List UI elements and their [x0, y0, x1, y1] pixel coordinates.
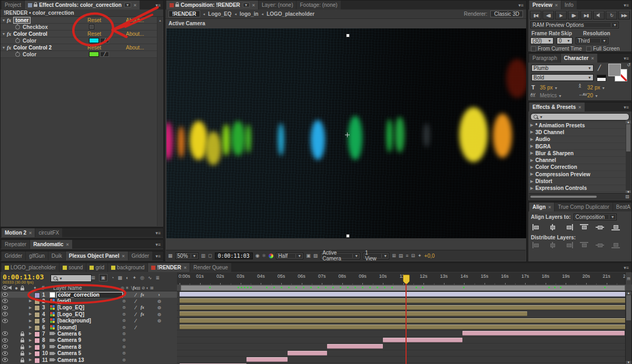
lock-toggle[interactable] [21, 343, 24, 350]
fx-switch[interactable]: fx [141, 311, 144, 317]
list-item-3d-channel[interactable]: ▶3D Channel [528, 129, 631, 136]
reset-button[interactable]: Reset [87, 17, 101, 23]
align-v-center-icon[interactable] [596, 224, 605, 230]
3d-sphere-icon[interactable]: ◍ [157, 305, 161, 311]
tab-duik[interactable]: Duik [48, 251, 65, 260]
leading-value[interactable]: 32 px ▼ [587, 85, 605, 90]
parent-pickwhip-icon[interactable]: ⊚ [122, 324, 126, 330]
list-item-blur-sharpen[interactable]: ▶Blur & Sharpen [528, 150, 631, 157]
panel-menu-icon[interactable]: ▾≡ [621, 103, 631, 112]
layer-duration-bar[interactable] [180, 318, 627, 323]
loop-button[interactable]: ↻ [606, 11, 617, 19]
close-icon[interactable]: × [548, 205, 551, 210]
quality-switch[interactable]: ∕ [135, 318, 136, 324]
layer-row-grid[interactable]: ▶2[grid]⊚∕◍ [1, 298, 177, 305]
disclosure-triangle-icon[interactable]: ▼ [1, 18, 7, 22]
tab-background[interactable]: background [108, 263, 147, 272]
comp-marker-button[interactable]: ▤ [625, 272, 631, 285]
effects-search-input[interactable]: ▼ [530, 113, 629, 120]
stopwatch-icon[interactable] [15, 38, 20, 43]
effect-name[interactable]: toner [13, 17, 31, 24]
ram-preview-options-dropdown[interactable]: RAM Preview Options▼ [530, 22, 619, 28]
layer-color-swatch[interactable] [34, 338, 40, 343]
ram-preview-button[interactable]: ▶▶ [618, 11, 630, 19]
exposure-value[interactable]: +0,0 [424, 253, 435, 259]
frame-rate-dropdown[interactable]: (30)▼ [530, 37, 554, 44]
tracking-value[interactable]: 20 ▼ [587, 93, 598, 98]
reset-button[interactable]: Reset [87, 45, 101, 50]
parent-pickwhip-icon[interactable]: ⊚ [122, 330, 126, 337]
layer-name[interactable]: Camera 5 [57, 350, 81, 357]
snapshot-icon[interactable]: ◉ [255, 253, 260, 258]
parent-pickwhip-icon[interactable]: ⊚ [122, 298, 126, 304]
layer-color-swatch[interactable] [34, 292, 40, 298]
list-item-color-correction[interactable]: ▶Color Correction [528, 164, 631, 171]
stopwatch-icon[interactable] [15, 25, 20, 29]
panel-menu-icon[interactable]: ▾≡ [153, 240, 163, 249]
list-item-audio[interactable]: ▶Audio [528, 136, 631, 143]
distribute-right-icon[interactable] [611, 242, 620, 248]
disclosure-triangle-icon[interactable]: ▶ [29, 298, 32, 304]
disclosure-triangle-icon[interactable]: ▶ [530, 179, 533, 184]
show-last-snapshot-icon[interactable]: ✱ [262, 253, 266, 258]
tab-circuitfx[interactable]: circuitFX [35, 228, 62, 237]
tab-project[interactable]: Project [2, 1, 24, 9]
lock-toggle[interactable] [21, 357, 24, 363]
disclosure-triangle-icon[interactable]: ▼ [1, 46, 7, 49]
parent-pickwhip-icon[interactable]: ⊚ [122, 350, 126, 357]
disclosure-triangle-icon[interactable]: ▶ [530, 130, 533, 134]
about-link[interactable]: About... [126, 45, 144, 50]
tab-gridder[interactable]: Gridder [129, 251, 152, 260]
close-icon[interactable]: × [184, 265, 186, 270]
fill-color-swatch[interactable] [608, 64, 621, 76]
layer-row-camera-13[interactable]: ▶11Camera 13⊚ [1, 357, 177, 363]
tab-grid[interactable]: grid [86, 263, 107, 272]
disclosure-triangle-icon[interactable]: ▶ [530, 186, 533, 190]
reset-button[interactable]: Reset [87, 31, 101, 37]
next-frame-button[interactable]: ▮▶ [568, 11, 579, 19]
quality-switch[interactable]: ∕ [135, 324, 136, 330]
disclosure-triangle-icon[interactable]: ▶ [29, 343, 32, 350]
timecode-display[interactable]: 0:00:11:03 [215, 252, 253, 259]
panel-menu-icon[interactable]: ▾≡ [153, 251, 163, 260]
bw-swatch[interactable] [597, 75, 606, 82]
viewer-canvas[interactable] [166, 28, 526, 238]
quality-switch[interactable]: ∕ [135, 311, 136, 317]
layer-name[interactable]: Camera 9 [57, 337, 81, 343]
region-of-interest-icon[interactable]: ◻ [208, 253, 212, 258]
color-swatch[interactable] [89, 38, 99, 43]
layer-color-swatch[interactable] [34, 318, 40, 324]
layer-row-camera-6[interactable]: ▶7Camera 6⊚ [1, 330, 177, 337]
align-h-center-icon[interactable] [548, 224, 557, 230]
motion-blur-icon[interactable]: ◐ [126, 275, 129, 280]
parent-pickwhip-icon[interactable]: ⊚ [122, 343, 126, 350]
magnification-dropdown[interactable]: 50%▼ [175, 252, 199, 259]
breadcrumb-item[interactable]: LOGO_placeholder [266, 11, 314, 17]
layer-name[interactable]: Camera 6 [57, 330, 81, 337]
tab-align[interactable]: Align× [529, 203, 554, 211]
eyedropper-icon[interactable]: ╱ [100, 38, 109, 43]
layer-duration-bar[interactable] [180, 311, 527, 316]
audio-button[interactable] [593, 11, 605, 19]
layer-color-swatch[interactable] [34, 305, 40, 311]
quality-switch[interactable]: ∕ [135, 291, 136, 298]
layer-row-background[interactable]: ▶5[background]⊚∕◍ [1, 318, 177, 325]
disclosure-triangle-icon[interactable]: ▼ [1, 32, 7, 36]
eye-toggle[interactable] [2, 343, 8, 350]
eye-toggle[interactable] [2, 298, 8, 304]
layer-duration-bar[interactable] [462, 331, 625, 336]
lock-toggle[interactable] [21, 330, 24, 337]
layer-duration-bar[interactable] [383, 338, 462, 342]
layer-handle-top[interactable] [346, 34, 350, 37]
eye-toggle[interactable] [2, 357, 8, 363]
layer-row-color-correction[interactable]: 1color_correction⊚∕fx◑ [1, 291, 177, 298]
panel-menu-icon[interactable]: ▾≡ [621, 54, 631, 63]
layer-color-swatch[interactable] [34, 325, 40, 331]
resolution-preview-dropdown[interactable]: Third▼ [576, 37, 608, 44]
last-frame-button[interactable]: ▶▮ [580, 11, 592, 19]
breadcrumb-item[interactable]: Logo_EQ [208, 11, 231, 17]
disclosure-triangle-icon[interactable]: ▶ [530, 172, 533, 176]
effect-name[interactable]: Color Control 2 [13, 45, 52, 50]
close-icon[interactable]: × [578, 105, 581, 110]
align-top-icon[interactable] [580, 224, 589, 230]
